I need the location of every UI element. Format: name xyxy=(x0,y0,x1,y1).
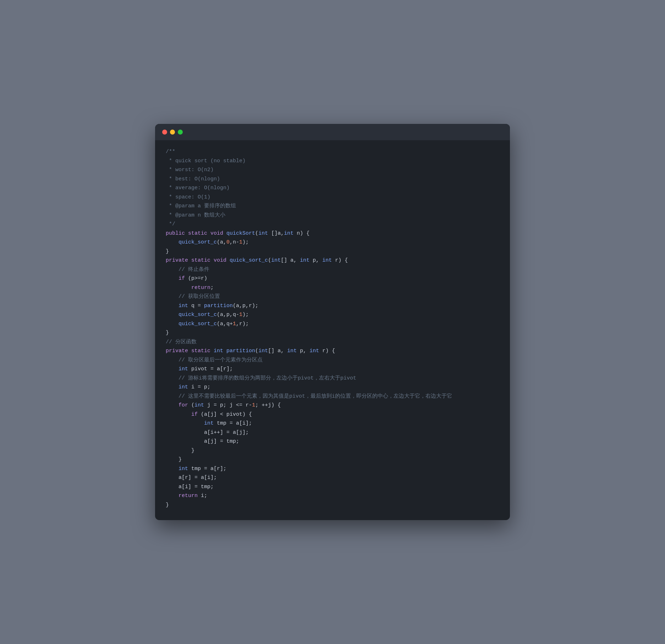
code-window: /** * quick sort (no stable) * worst: O(… xyxy=(155,124,510,520)
maximize-dot[interactable] xyxy=(178,130,183,135)
close-dot[interactable] xyxy=(162,130,167,135)
code-block: /** * quick sort (no stable) * worst: O(… xyxy=(166,147,499,509)
minimize-dot[interactable] xyxy=(170,130,175,135)
titlebar xyxy=(155,124,510,140)
code-area: /** * quick sort (no stable) * worst: O(… xyxy=(155,140,510,520)
